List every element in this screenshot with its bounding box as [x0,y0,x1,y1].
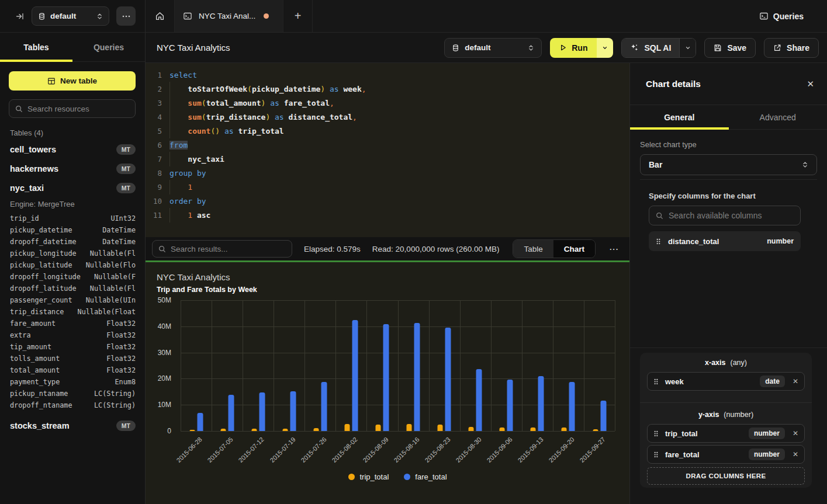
drag-handle-icon[interactable] [653,451,659,458]
legend-item-fare_total[interactable]: fare_total [404,472,447,481]
y-tick-label: 0 [167,427,171,435]
editor-line[interactable]: 1select [146,68,629,82]
editor-line[interactable]: 5 count() as trip_total [146,124,629,138]
table-item-stocks-stream[interactable]: stocks_stream MT [0,416,145,435]
y-axis-column-row[interactable]: trip_totalnumber✕ [647,424,805,443]
column-row[interactable]: pickup_ntanameLC(String) [10,388,136,399]
results-search[interactable] [152,240,292,258]
column-row[interactable]: pickup_latitudeNullable(Flo [10,259,136,271]
drag-columns-dropzone[interactable]: DRAG COLUMNS HERE [647,467,805,485]
columns-search[interactable] [649,206,801,225]
editor-line[interactable]: 2 toStartOfWeek(pickup_datetime) as week… [146,82,629,96]
query-tab[interactable]: NYC Taxi Anal... [175,0,283,32]
results-search-input[interactable] [171,245,286,253]
fare_total-bar[interactable] [445,328,451,431]
editor-line[interactable]: 6from [146,138,629,152]
drag-handle-icon[interactable] [653,430,659,437]
fare_total-bar[interactable] [600,401,606,431]
sql-editor[interactable]: 1select2 toStartOfWeek(pickup_datetime) … [146,63,629,237]
view-table-button[interactable]: Table [513,240,553,258]
fare_total-bar[interactable] [383,324,389,431]
drag-handle-icon[interactable] [653,378,659,385]
remove-icon[interactable]: ✕ [793,377,798,385]
editor-line[interactable]: 11 1 asc [146,208,629,222]
column-row[interactable]: dropoff_longitudeNullable(F [10,271,136,283]
chart-type-select[interactable]: Bar [640,154,817,175]
drag-handle-icon[interactable] [656,238,661,245]
share-button[interactable]: Share [764,38,819,58]
trip_total-bar[interactable] [344,424,350,431]
new-table-button[interactable]: New table [9,71,136,91]
sidebar-tab-queries[interactable]: Queries [72,33,145,61]
close-icon[interactable]: ✕ [807,79,814,89]
column-row[interactable]: trip_idUInt32 [10,213,136,224]
run-button-label: Run [572,43,587,53]
sidebar-search[interactable] [9,99,136,118]
column-row[interactable]: fare_amountFloat32 [10,318,136,329]
sidebar-tab-tables[interactable]: Tables [0,33,72,61]
view-chart-button[interactable]: Chart [553,240,595,258]
editor-line[interactable]: 3 sum(total_amount) as fare_total, [146,96,629,110]
run-button[interactable]: Run [550,38,597,58]
column-row[interactable]: tolls_amountFloat32 [10,353,136,364]
column-row[interactable]: dropoff_latitudeNullable(Fl [10,283,136,294]
database-select-toolbar[interactable]: default [444,38,542,58]
remove-icon[interactable]: ✕ [793,429,798,437]
table-item-cell-towers[interactable]: cell_towers MT [0,140,145,159]
column-row[interactable]: payment_typeEnum8 [10,376,136,388]
column-row[interactable]: pickup_datetimeDateTime [10,224,136,236]
sql-ai-options-button[interactable] [679,39,695,57]
fare_total-bar[interactable] [569,382,575,431]
column-row[interactable]: trip_distanceNullable(Float [10,306,136,318]
column-row[interactable]: tip_amountFloat32 [10,341,136,353]
fare_total-bar[interactable] [228,395,234,431]
fare_total-bar[interactable] [352,320,358,431]
fare_total-bar[interactable] [321,382,327,431]
panel-tab-advanced[interactable]: Advanced [729,105,827,129]
fare_total-bar[interactable] [414,323,420,431]
editor-line[interactable]: 7 nyc_taxi [146,152,629,166]
editor-line[interactable]: 10order by [146,194,629,208]
editor-line[interactable]: 4 sum(trip_distance) as distance_total, [146,110,629,124]
column-row[interactable]: extraFloat32 [10,329,136,341]
remove-icon[interactable]: ✕ [793,450,798,458]
editor-line[interactable]: 9 1 [146,180,629,194]
column-row[interactable]: pickup_longitudeNullable(Fl [10,248,136,259]
column-row[interactable]: dropoff_datetimeDateTime [10,236,136,248]
trip_total-bar[interactable] [376,425,381,431]
column-row[interactable]: total_amountFloat32 [10,364,136,376]
database-select[interactable]: default [32,6,109,26]
fare_total-bar[interactable] [507,380,513,431]
sidebar-more-button[interactable] [116,6,136,26]
fare_total-bar[interactable] [476,369,482,431]
editor-line[interactable]: 8group by [146,166,629,180]
fare_total-bar[interactable] [538,376,544,431]
save-button[interactable]: Save [704,38,756,58]
fare_total-bar[interactable] [197,413,203,431]
column-row[interactable]: dropoff_ntanameLC(String) [10,399,136,411]
read-stat: Read: 20,000,000 rows (260.00 MB) [372,245,500,253]
y-axis-column-row[interactable]: fare_totalnumber✕ [647,445,805,464]
fare_total-bar[interactable] [290,391,296,431]
run-options-button[interactable] [597,38,613,58]
panel-tab-general[interactable]: General [630,105,729,129]
results-more-button[interactable]: ··· [607,245,621,253]
available-column-row[interactable]: distance_total number [649,231,801,251]
home-button[interactable] [146,0,175,32]
table-item-nyc-taxi[interactable]: nyc_taxi MT [0,178,145,197]
legend-item-trip_total[interactable]: trip_total [348,472,389,481]
collapse-sidebar-icon[interactable] [15,12,25,21]
new-tab-button[interactable]: + [283,0,313,32]
column-row[interactable]: passenger_countNullable(UIn [10,294,136,306]
x-axis-column-row[interactable]: week date ✕ [647,372,805,391]
sidebar-search-input[interactable] [27,105,129,113]
sql-ai-button[interactable]: SQL AI [622,39,679,57]
line-number: 9 [146,183,162,192]
table-item-hackernews[interactable]: hackernews MT [0,159,145,178]
fare_total-bar[interactable] [259,392,265,431]
trip_total-bar[interactable] [407,424,412,431]
columns-search-input[interactable] [669,211,794,220]
queries-button[interactable]: Queries [759,0,827,32]
trip_total-bar[interactable] [469,427,474,431]
trip_total-bar[interactable] [438,425,443,431]
